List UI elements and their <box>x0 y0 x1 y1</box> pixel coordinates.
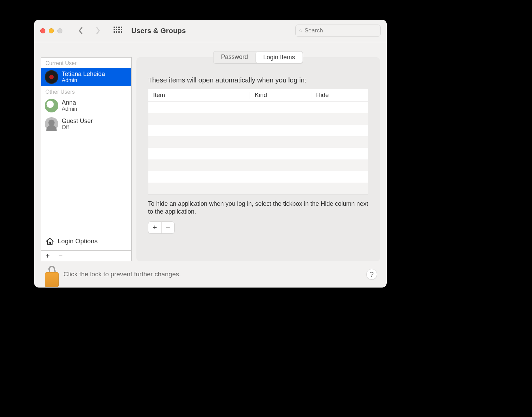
hide-hint: To hide an application when you log in, … <box>148 200 368 216</box>
table-row <box>148 102 368 113</box>
table-row <box>148 148 368 159</box>
sidebar-spacer <box>67 251 131 261</box>
login-options-label: Login Options <box>58 237 98 245</box>
login-items-heading: These items will open automatically when… <box>148 76 368 84</box>
col-item[interactable]: Item <box>148 92 250 99</box>
user-row[interactable]: Anna Admin <box>41 96 131 115</box>
lock-hint: Click the lock to prevent further change… <box>63 271 181 278</box>
table-body[interactable] <box>148 102 368 194</box>
add-user-button[interactable]: + <box>41 251 54 261</box>
user-name: Tetiana Leheida <box>62 71 105 78</box>
search-input[interactable] <box>305 27 377 34</box>
titlebar: Users & Groups <box>34 20 387 42</box>
search-icon <box>299 27 302 34</box>
table-row <box>148 136 368 148</box>
table-row <box>148 159 368 171</box>
current-user-label: Current User <box>41 58 131 68</box>
lock-button[interactable] <box>44 266 57 282</box>
avatar <box>45 117 58 131</box>
user-name: Anna <box>62 99 77 106</box>
user-role: Off <box>62 124 93 130</box>
show-all-icon[interactable] <box>114 27 122 35</box>
user-row[interactable]: Guest User Off <box>41 115 131 133</box>
avatar <box>45 99 58 112</box>
avatar <box>45 70 58 84</box>
other-users-label: Other Users <box>41 86 131 96</box>
col-hide[interactable]: Hide <box>311 92 335 99</box>
window-title: Users & Groups <box>131 27 186 35</box>
user-role: Admin <box>62 106 77 112</box>
zoom-button-disabled <box>57 28 62 33</box>
sidebar: Current User Tetiana Leheida Admin Other… <box>41 57 132 261</box>
back-button[interactable] <box>76 24 86 37</box>
tab-bar: Password Login Items <box>213 51 303 64</box>
close-button[interactable] <box>40 28 45 33</box>
user-name: Guest User <box>62 118 93 125</box>
table-row <box>148 171 368 183</box>
login-options-row[interactable]: Login Options <box>41 232 132 250</box>
house-icon <box>45 237 54 246</box>
system-preferences-window: Users & Groups Current User Tetiana Lehe… <box>34 20 387 288</box>
help-button[interactable]: ? <box>366 269 377 280</box>
main-panel: Password Login Items These items will op… <box>136 57 380 261</box>
remove-login-item-button[interactable]: − <box>161 222 174 233</box>
table-row <box>148 183 368 194</box>
svg-line-1 <box>301 31 301 32</box>
col-kind[interactable]: Kind <box>250 92 311 99</box>
content: Current User Tetiana Leheida Admin Other… <box>34 42 387 261</box>
search-field[interactable] <box>295 25 381 37</box>
add-login-item-button[interactable]: + <box>148 222 161 233</box>
minimize-button[interactable] <box>49 28 54 33</box>
tab-login-items[interactable]: Login Items <box>256 52 302 63</box>
tab-password[interactable]: Password <box>213 51 255 63</box>
table-row <box>148 113 368 125</box>
table-row <box>148 125 368 136</box>
login-items-add-remove: + − <box>148 221 175 234</box>
table-header: Item Kind Hide <box>148 89 368 102</box>
sidebar-add-remove: + − <box>41 250 132 261</box>
footer: Click the lock to prevent further change… <box>34 261 387 288</box>
login-items-table: Item Kind Hide <box>148 89 368 195</box>
window-controls <box>40 28 62 33</box>
remove-user-button[interactable]: − <box>54 251 67 261</box>
user-row-current[interactable]: Tetiana Leheida Admin <box>41 68 131 86</box>
user-role: Admin <box>62 77 105 83</box>
forward-button-disabled <box>93 24 103 37</box>
